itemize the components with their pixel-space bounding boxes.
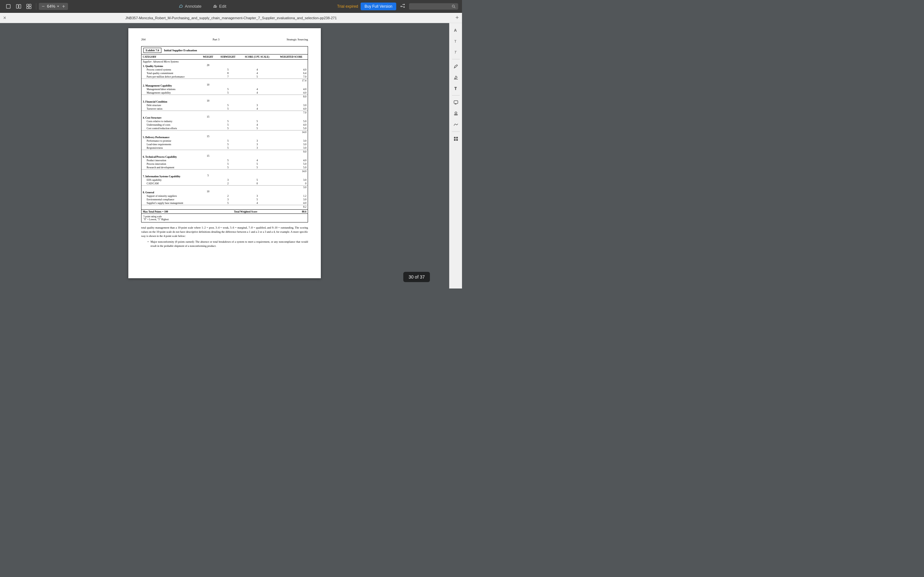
svg-text:T: T <box>455 87 457 90</box>
category-label: 5. Delivery Performance <box>142 135 200 139</box>
zoom-control[interactable]: − 64% + <box>39 3 68 10</box>
page-number: 264 <box>141 38 145 41</box>
grid-view-icon[interactable] <box>451 134 460 143</box>
sub-weighted: 4.0 <box>275 91 308 95</box>
page-text: total quality management than a 10-point… <box>141 226 308 248</box>
table-row: Environmental compliance 3 5 3.0 <box>142 198 308 201</box>
table-row: Performance to promise 5 3 3.0 <box>142 139 308 143</box>
toolbar-center: Annotate Edit <box>71 3 334 10</box>
table-row: 6. Technical/Process Capability 15 <box>142 154 308 159</box>
close-btn[interactable]: × <box>3 15 6 21</box>
exhibit-title-row: Exhibit 7.6 Initial Supplier Evaluation <box>142 47 308 55</box>
toolbar-separator-1 <box>36 3 36 10</box>
table-row: Total quality commitment 8 4 6.4 <box>142 71 308 75</box>
sub-item-label: Supplier's supply base management <box>142 201 200 205</box>
subtotal-value: 17.4 <box>275 79 308 83</box>
body-paragraph-1: total quality management than a 10-point… <box>141 226 308 238</box>
comment-icon[interactable] <box>451 98 460 107</box>
view-double-btn[interactable] <box>14 3 23 10</box>
table-row: Parts-per-million defect performance 7 5… <box>142 75 308 79</box>
zoom-in-btn[interactable]: + <box>61 3 66 9</box>
col-score: SCORE (5 PT. SCALE) <box>239 55 275 60</box>
category-weight: 10 <box>200 83 216 87</box>
add-tab-btn[interactable]: + <box>455 15 459 21</box>
table-row: Management/labor relations 5 4 4.0 <box>142 87 308 91</box>
table-row: Turnover ratios 5 4 4.0 <box>142 107 308 111</box>
search-input[interactable] <box>412 4 450 9</box>
right-sidebar: A T T T <box>449 23 462 288</box>
page-counter: 30 of 37 <box>403 272 430 282</box>
sub-weighted: 3.0 <box>275 178 308 182</box>
font-alt-icon[interactable]: T <box>451 47 460 56</box>
edit-btn[interactable]: Edit <box>210 3 229 10</box>
sub-weight: 5 <box>216 139 240 143</box>
table-row: 9.0 <box>142 150 308 155</box>
zoom-out-btn[interactable]: − <box>41 3 45 9</box>
buy-btn[interactable]: Buy Full Version <box>360 3 396 10</box>
sub-weight: 5 <box>216 68 240 71</box>
sub-item-label: Parts-per-million defect performance <box>142 75 200 79</box>
table-row: Process control systems 5 4 4.0 <box>142 68 308 71</box>
svg-text:T: T <box>454 50 457 54</box>
text-format-icon[interactable]: A <box>451 26 460 35</box>
view-single-btn[interactable] <box>4 3 13 10</box>
sub-score: 4 <box>239 107 275 111</box>
exhibit-label: Exhibit 7.6 <box>144 48 162 53</box>
text-tool-icon[interactable]: T <box>451 84 460 93</box>
sub-score: 5 <box>239 75 275 79</box>
table-row: Support of minority suppliers 2 3 1.2 <box>142 194 308 198</box>
exhibit-box: Exhibit 7.6 Initial Supplier Evaluation … <box>141 46 308 222</box>
table-row: EDI capability 3 5 3.0 <box>142 178 308 182</box>
sub-score: 4 <box>239 68 275 71</box>
svg-text:A: A <box>454 28 457 33</box>
toolbar-right: Trial expired Buy Full Version <box>337 2 458 11</box>
signature-icon[interactable] <box>451 120 460 129</box>
font-size-icon[interactable]: T <box>451 37 460 45</box>
sub-item-label: Environmental compliance <box>142 198 200 201</box>
sub-weight: 5 <box>216 91 240 95</box>
category-weight: 10 <box>200 99 216 103</box>
sidebar-separator-2 <box>452 95 460 95</box>
sub-item-label: Management capability <box>142 91 200 95</box>
view-thumbnails-btn[interactable] <box>24 3 33 10</box>
search-bar[interactable] <box>409 3 458 10</box>
sub-score: 3 <box>239 194 275 198</box>
svg-rect-16 <box>454 137 456 139</box>
bullet-symbol: • <box>148 240 149 248</box>
subtotal-value: 14.0 <box>275 131 308 135</box>
footnote-1: 5 point rating scale <box>144 215 306 218</box>
table-row: 5. Delivery Performance 15 <box>142 135 308 139</box>
svg-point-7 <box>452 5 455 7</box>
sub-score: 5 <box>239 119 275 123</box>
pen-icon[interactable] <box>451 62 460 71</box>
sub-weight: 3 <box>216 178 240 182</box>
subtotal-value: 8.2 <box>275 205 308 210</box>
total-label: Max Total Points = 100 <box>142 210 216 214</box>
footnote-2: "0" = Lowest, "5" Highest <box>144 218 306 221</box>
table-row: CAD/CAM 2 0 0 <box>142 182 308 185</box>
category-label: 8. General <box>142 190 200 194</box>
part-title: Strategic Sourcing <box>286 38 308 41</box>
share-btn[interactable] <box>399 2 407 11</box>
table-row: 7.0 <box>142 111 308 115</box>
table-row: Research and development 5 5 5.0 <box>142 166 308 169</box>
part-number: Part 3 <box>213 38 220 41</box>
page-area[interactable]: 264 Part 3 Strategic Sourcing Exhibit 7.… <box>0 23 449 288</box>
sub-weight: 5 <box>216 119 240 123</box>
sub-score: 4 <box>239 201 275 205</box>
table-row: Understanding of costs 5 4 4.0 <box>142 123 308 127</box>
highlight-icon[interactable] <box>451 73 460 82</box>
category-weight: 10 <box>200 190 216 194</box>
sub-weighted: 4.0 <box>275 107 308 111</box>
sub-weight: 5 <box>216 87 240 91</box>
stamp-icon[interactable] <box>451 109 460 118</box>
zoom-value: 64% <box>47 4 55 9</box>
svg-rect-0 <box>6 5 10 8</box>
sub-weight: 5 <box>216 159 240 162</box>
sub-weight: 5 <box>216 143 240 146</box>
sub-item-label: Costs relative to industry <box>142 119 200 123</box>
subtotal-spacer <box>142 205 275 210</box>
annotate-btn[interactable]: Annotate <box>176 3 205 10</box>
sub-item-label: Understanding of costs <box>142 123 200 127</box>
page-counter-label: 30 of 37 <box>409 274 425 279</box>
